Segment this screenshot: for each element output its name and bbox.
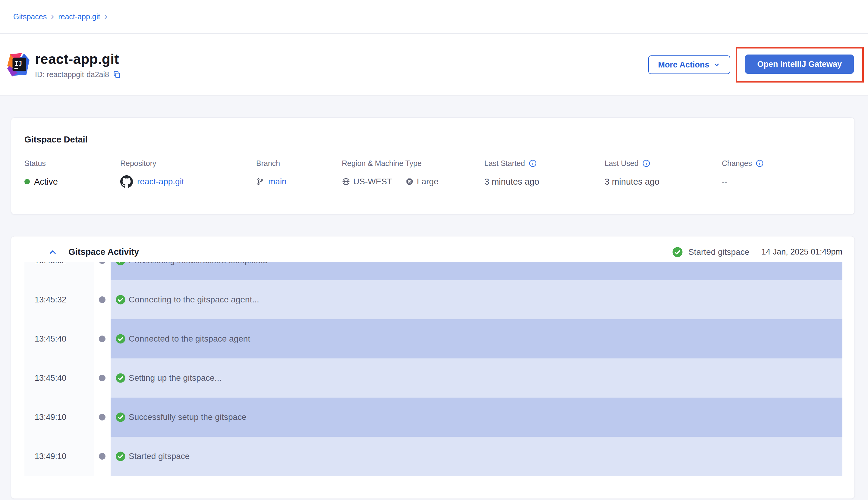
- more-actions-button[interactable]: More Actions: [648, 55, 730, 74]
- log-timestamp: 13:49:10: [24, 398, 94, 437]
- changes-value: --: [722, 175, 855, 188]
- log-timestamp: 13:45:40: [24, 359, 94, 398]
- timeline-dot-icon: [99, 414, 105, 420]
- log-timestamp: 13:45:32: [24, 280, 94, 319]
- intellij-logo-icon: IJ: [7, 53, 30, 77]
- log-message: Provisioning infrastructure completed: [129, 262, 268, 265]
- branch-link[interactable]: main: [268, 177, 287, 186]
- last-started-label: Last Started: [484, 159, 525, 168]
- check-circle-icon: [672, 247, 683, 258]
- open-intellij-gateway-button[interactable]: Open IntelliJ Gateway: [745, 55, 854, 74]
- activity-card-title: Gitspace Activity: [68, 247, 139, 257]
- page-header: IJ react-app.git ID: reactappgit-da2ai8 …: [0, 34, 868, 96]
- log-timestamp: 13:49:10: [24, 437, 94, 476]
- activity-log-row: 13:45:40 Connected to the gitspace agent: [24, 319, 842, 359]
- region-machine-label: Region & Machine Type: [342, 159, 484, 168]
- log-message: Connected to the gitspace agent: [129, 334, 250, 344]
- status-active-dot: [24, 179, 30, 184]
- status-label: Status: [24, 159, 120, 168]
- breadcrumb-separator-icon: ›: [51, 12, 54, 21]
- page-title: react-app.git: [35, 51, 121, 67]
- machine-chip-icon: [405, 178, 414, 186]
- title-block: IJ react-app.git ID: reactappgit-da2ai8: [7, 51, 121, 79]
- activity-log-scroll-area[interactable]: 13:45:32 Provisioning infrastructure com…: [24, 262, 842, 476]
- check-circle-icon: [115, 373, 126, 383]
- field-last-started: Last Started 3 minutes ago: [484, 159, 604, 188]
- status-value: Active: [34, 177, 58, 187]
- info-icon[interactable]: [642, 159, 650, 168]
- activity-log-row: 13:45:32 Provisioning infrastructure com…: [24, 262, 842, 280]
- log-timestamp: 13:45:40: [24, 319, 94, 359]
- globe-icon: [342, 178, 350, 186]
- branch-label: Branch: [256, 159, 342, 168]
- git-branch-icon: [256, 178, 264, 185]
- check-circle-icon: [115, 295, 126, 305]
- field-region-machine: Region & Machine Type US-WEST Large: [342, 159, 484, 188]
- gitspace-activity-card: Gitspace Activity Started gitspace 14 Ja…: [11, 236, 855, 499]
- field-last-used: Last Used 3 minutes ago: [604, 159, 722, 188]
- region-value: US-WEST: [353, 177, 392, 186]
- activity-log-row: 13:49:10 Started gitspace: [24, 437, 842, 476]
- log-message: Started gitspace: [129, 452, 190, 461]
- log-message: Setting up the gitspace...: [129, 373, 222, 383]
- timeline-lane: [94, 280, 111, 319]
- activity-log-row: 13:45:40 Setting up the gitspace...: [24, 359, 842, 398]
- activity-list: 13:45:32 Provisioning infrastructure com…: [24, 262, 842, 476]
- gitspace-detail-card: Gitspace Detail Status Active Repository…: [11, 117, 855, 215]
- timeline-dot-icon: [99, 453, 105, 459]
- timeline-dot-icon: [99, 336, 105, 342]
- svg-text:IJ: IJ: [15, 60, 22, 67]
- last-used-label: Last Used: [604, 159, 639, 168]
- changes-label: Changes: [722, 159, 752, 168]
- github-icon: [120, 175, 133, 188]
- breadcrumb: Gitspaces › react-app.git ›: [0, 0, 868, 34]
- field-repository: Repository react-app.git: [120, 159, 256, 188]
- breadcrumb-link-gitspaces[interactable]: Gitspaces: [13, 12, 47, 21]
- timeline-lane: [94, 398, 111, 437]
- main-content: Gitspace Detail Status Active Repository…: [0, 96, 868, 499]
- breadcrumb-link-current[interactable]: react-app.git: [58, 12, 100, 21]
- check-circle-icon: [115, 412, 126, 422]
- breadcrumb-separator-icon: ›: [104, 12, 107, 21]
- collapse-chevron-up-icon[interactable]: [48, 247, 58, 257]
- machine-type-value: Large: [417, 177, 438, 186]
- field-changes: Changes --: [722, 159, 855, 188]
- log-message: Successfully setup the gitspace: [129, 412, 246, 422]
- timeline-dot-icon: [99, 375, 105, 381]
- activity-log-row: 13:49:10 Successfully setup the gitspace: [24, 398, 842, 437]
- info-icon[interactable]: [756, 159, 764, 168]
- info-icon[interactable]: [528, 159, 537, 168]
- chevron-down-icon: [713, 61, 721, 69]
- field-branch: Branch main: [256, 159, 342, 188]
- check-circle-icon: [115, 334, 126, 344]
- repository-label: Repository: [120, 159, 256, 168]
- timeline-lane: [94, 437, 111, 476]
- repository-link[interactable]: react-app.git: [137, 177, 184, 186]
- last-used-value: 3 minutes ago: [604, 175, 722, 188]
- last-started-value: 3 minutes ago: [484, 175, 604, 188]
- check-circle-icon: [115, 262, 126, 266]
- check-circle-icon: [115, 451, 126, 462]
- timeline-lane: [94, 359, 111, 398]
- gitspace-id: ID: reactappgit-da2ai8: [35, 70, 109, 79]
- log-timestamp: 13:45:32: [24, 262, 94, 280]
- activity-status-date: 14 Jan, 2025 01:49pm: [761, 247, 842, 257]
- timeline-dot-icon: [99, 296, 105, 303]
- timeline-lane: [94, 319, 111, 359]
- activity-status-text: Started gitspace: [688, 247, 749, 257]
- log-message: Connecting to the gitspace agent...: [129, 295, 259, 305]
- timeline-lane: [94, 262, 111, 280]
- detail-card-title: Gitspace Detail: [24, 118, 855, 145]
- annotation-highlight-box: Open IntelliJ Gateway: [736, 47, 864, 82]
- timeline-dot-icon: [99, 262, 105, 264]
- copy-icon[interactable]: [113, 70, 121, 79]
- activity-log-row: 13:45:32 Connecting to the gitspace agen…: [24, 280, 842, 319]
- field-status: Status Active: [24, 159, 120, 188]
